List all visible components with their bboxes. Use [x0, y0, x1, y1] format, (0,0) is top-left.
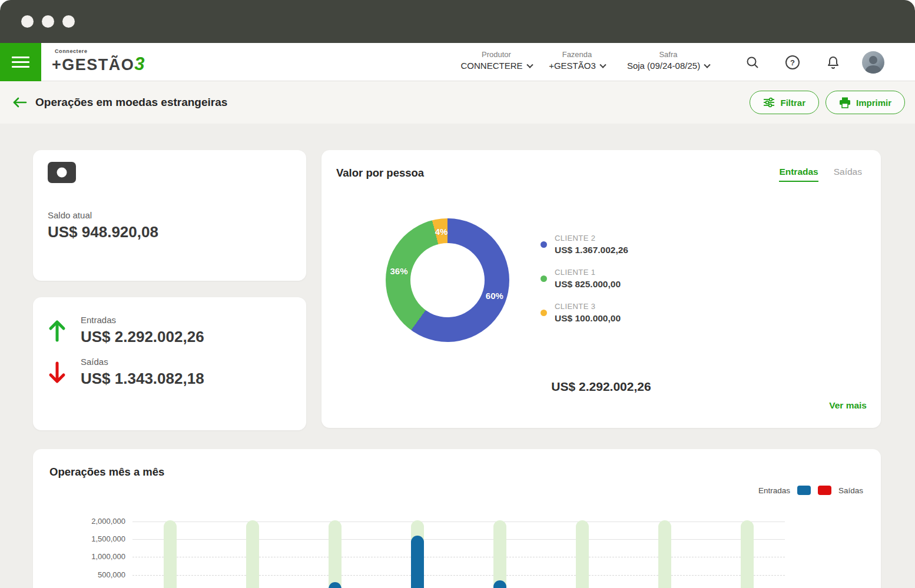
background-range-bar: [493, 520, 506, 588]
produtor-label: Produtor: [453, 50, 539, 59]
imprimir-button[interactable]: Imprimir: [826, 91, 905, 114]
legend-dot-cliente3: [541, 310, 547, 316]
app-header: Connectere +GESTÃO3 Produtor CONNECTERE …: [0, 43, 915, 81]
saldo-label: Saldo atual: [48, 210, 291, 220]
app-logo: Connectere +GESTÃO3: [52, 48, 145, 74]
fazenda-value: +GESTÃO3: [536, 61, 618, 71]
saldo-value: US$ 948.920,08: [48, 223, 291, 241]
arrow-up-icon: [48, 315, 69, 346]
valor-por-pessoa-card: Valor por pessoa Entradas Saídas 60%36%4…: [321, 150, 881, 428]
donut-legend: CLIENTE 2 US$ 1.367.002,26 CLIENTE 1 US$…: [541, 234, 628, 336]
legend-item: CLIENTE 3 US$ 100.000,00: [541, 302, 628, 329]
fazenda-selector[interactable]: Fazenda +GESTÃO3: [536, 50, 618, 71]
background-range-bar: [576, 520, 589, 588]
legend-name: CLIENTE 3: [555, 302, 621, 311]
gridline: [132, 521, 785, 522]
legend-item: CLIENTE 2 US$ 1.367.002,26: [541, 234, 628, 261]
chevron-down-icon: [704, 62, 710, 68]
legend-value: US$ 100.000,00: [555, 313, 621, 324]
donut-total-value: US$ 2.292.002,26: [321, 380, 881, 394]
legend-value: US$ 1.367.002,26: [555, 245, 628, 255]
banknote-icon: [48, 162, 76, 183]
tab-entradas[interactable]: Entradas: [779, 167, 818, 182]
produtor-value: CONNECTERE: [453, 61, 539, 71]
saidas-value: US$ 1.343.082,18: [81, 370, 204, 388]
legend-item: CLIENTE 1 US$ 825.000,00: [541, 268, 628, 295]
gridline: [132, 539, 785, 540]
legend-name: CLIENTE 2: [555, 234, 628, 242]
filtrar-label: Filtrar: [780, 98, 805, 108]
donut-pct-label: 60%: [486, 290, 503, 300]
svg-text:?: ?: [790, 58, 795, 67]
saidas-label: Saídas: [81, 357, 204, 367]
y-axis-tick-label: 500,000: [68, 570, 125, 579]
valor-por-pessoa-title: Valor por pessoa: [336, 167, 424, 180]
background-range-bar: [246, 520, 259, 588]
background-range-bar: [658, 520, 671, 588]
fluxo-card: Entradas US$ 2.292.002,26 Saídas US$ 1.3…: [33, 297, 306, 430]
donut-pct-label: 36%: [390, 266, 407, 276]
legend-dot-cliente1: [541, 275, 547, 282]
app-window: Connectere +GESTÃO3 Produtor CONNECTERE …: [0, 0, 915, 588]
y-axis-tick-label: 2,000,000: [68, 517, 125, 526]
tab-saidas[interactable]: Saídas: [834, 167, 862, 182]
background-range-bar: [329, 520, 342, 588]
logo-name: +GESTÃO3: [52, 54, 145, 74]
gridline: [132, 575, 785, 576]
produtor-selector[interactable]: Produtor CONNECTERE: [453, 50, 539, 71]
bar-chart-plot: 2,000,0001,500,0001,000,000500,000: [33, 449, 881, 588]
gridline: [132, 557, 785, 557]
hamburger-menu-button[interactable]: [0, 43, 41, 81]
logo-top-text: Connectere: [55, 48, 145, 54]
back-arrow-button[interactable]: [9, 92, 29, 112]
entradas-value: US$ 2.292.002,26: [81, 328, 204, 346]
safra-selector[interactable]: Safra Soja (09/24-08/25): [612, 50, 724, 71]
entradas-label: Entradas: [81, 315, 204, 325]
donut-pct-label: 4%: [435, 226, 448, 236]
chevron-down-icon: [599, 62, 606, 68]
y-axis-tick-label: 1,000,000: [68, 552, 125, 561]
legend-name: CLIENTE 1: [555, 268, 621, 277]
saldo-card: Saldo atual US$ 948.920,08: [33, 150, 306, 281]
traffic-light-icon[interactable]: [42, 15, 54, 28]
traffic-light-icon[interactable]: [62, 15, 75, 28]
entradas-bar: [411, 536, 424, 588]
ver-mais-link[interactable]: Ver mais: [829, 400, 867, 411]
chevron-down-icon: [526, 62, 533, 68]
filter-sliders-icon: [763, 97, 775, 108]
printer-icon: [839, 97, 851, 108]
traffic-light-icon[interactable]: [21, 15, 34, 28]
operacoes-mes-card: Operações mês a mês Entradas Saídas 2,00…: [33, 449, 881, 588]
fazenda-label: Fazenda: [536, 50, 618, 59]
safra-value: Soja (09/24-08/25): [612, 61, 724, 71]
help-icon[interactable]: ?: [784, 54, 801, 71]
valor-por-pessoa-tabs: Entradas Saídas: [779, 167, 862, 182]
page-toolbar: Operações em moedas estrangeiras Filtrar: [0, 81, 915, 124]
background-range-bar: [741, 520, 754, 588]
legend-value: US$ 825.000,00: [555, 279, 621, 290]
filtrar-button[interactable]: Filtrar: [750, 91, 819, 114]
logo-suffix: 3: [134, 54, 144, 74]
background-range-bar: [164, 520, 177, 588]
legend-dot-cliente2: [541, 241, 547, 248]
donut-chart: 60%36%4%: [386, 218, 509, 342]
page-title: Operações em moedas estrangeiras: [35, 96, 227, 109]
donut-hole: [410, 243, 485, 317]
browser-titlebar: [0, 0, 915, 43]
arrow-down-icon: [48, 357, 69, 388]
user-avatar[interactable]: [862, 51, 884, 74]
notifications-bell-icon[interactable]: [824, 54, 842, 71]
imprimir-label: Imprimir: [856, 98, 891, 108]
y-axis-tick-label: 1,500,000: [68, 534, 125, 543]
search-icon[interactable]: [744, 54, 761, 71]
safra-label: Safra: [612, 50, 724, 59]
